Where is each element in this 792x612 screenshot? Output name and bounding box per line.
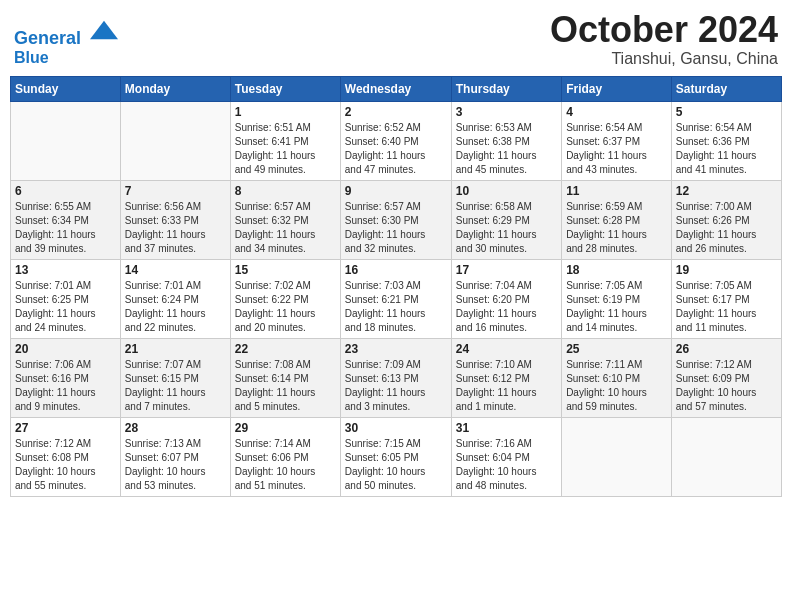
calendar-cell: 25Sunrise: 7:11 AM Sunset: 6:10 PM Dayli… <box>562 338 672 417</box>
day-number: 12 <box>676 184 777 198</box>
calendar-cell: 23Sunrise: 7:09 AM Sunset: 6:13 PM Dayli… <box>340 338 451 417</box>
day-info: Sunrise: 7:16 AM Sunset: 6:04 PM Dayligh… <box>456 437 557 493</box>
day-number: 15 <box>235 263 336 277</box>
weekday-header-thursday: Thursday <box>451 76 561 101</box>
day-number: 19 <box>676 263 777 277</box>
calendar-cell: 16Sunrise: 7:03 AM Sunset: 6:21 PM Dayli… <box>340 259 451 338</box>
calendar-cell <box>562 417 672 496</box>
calendar-cell: 6Sunrise: 6:55 AM Sunset: 6:34 PM Daylig… <box>11 180 121 259</box>
svg-marker-0 <box>90 21 118 40</box>
day-number: 7 <box>125 184 226 198</box>
logo-text: General <box>14 16 118 49</box>
day-info: Sunrise: 7:00 AM Sunset: 6:26 PM Dayligh… <box>676 200 777 256</box>
calendar-cell: 7Sunrise: 6:56 AM Sunset: 6:33 PM Daylig… <box>120 180 230 259</box>
day-info: Sunrise: 7:08 AM Sunset: 6:14 PM Dayligh… <box>235 358 336 414</box>
calendar-week-row: 13Sunrise: 7:01 AM Sunset: 6:25 PM Dayli… <box>11 259 782 338</box>
calendar-cell: 15Sunrise: 7:02 AM Sunset: 6:22 PM Dayli… <box>230 259 340 338</box>
day-info: Sunrise: 7:06 AM Sunset: 6:16 PM Dayligh… <box>15 358 116 414</box>
day-number: 4 <box>566 105 667 119</box>
day-info: Sunrise: 7:02 AM Sunset: 6:22 PM Dayligh… <box>235 279 336 335</box>
day-info: Sunrise: 6:55 AM Sunset: 6:34 PM Dayligh… <box>15 200 116 256</box>
day-info: Sunrise: 7:13 AM Sunset: 6:07 PM Dayligh… <box>125 437 226 493</box>
title-block: October 2024 Tianshui, Gansu, China <box>550 10 778 68</box>
day-info: Sunrise: 7:07 AM Sunset: 6:15 PM Dayligh… <box>125 358 226 414</box>
weekday-header-monday: Monday <box>120 76 230 101</box>
calendar-week-row: 20Sunrise: 7:06 AM Sunset: 6:16 PM Dayli… <box>11 338 782 417</box>
calendar-cell: 10Sunrise: 6:58 AM Sunset: 6:29 PM Dayli… <box>451 180 561 259</box>
calendar-cell: 9Sunrise: 6:57 AM Sunset: 6:30 PM Daylig… <box>340 180 451 259</box>
calendar-cell: 29Sunrise: 7:14 AM Sunset: 6:06 PM Dayli… <box>230 417 340 496</box>
calendar-cell: 17Sunrise: 7:04 AM Sunset: 6:20 PM Dayli… <box>451 259 561 338</box>
day-info: Sunrise: 6:51 AM Sunset: 6:41 PM Dayligh… <box>235 121 336 177</box>
month-title: October 2024 <box>550 10 778 50</box>
day-number: 11 <box>566 184 667 198</box>
logo-blue: Blue <box>14 49 118 67</box>
calendar-cell: 13Sunrise: 7:01 AM Sunset: 6:25 PM Dayli… <box>11 259 121 338</box>
day-number: 21 <box>125 342 226 356</box>
calendar-week-row: 1Sunrise: 6:51 AM Sunset: 6:41 PM Daylig… <box>11 101 782 180</box>
calendar-cell: 30Sunrise: 7:15 AM Sunset: 6:05 PM Dayli… <box>340 417 451 496</box>
day-info: Sunrise: 6:56 AM Sunset: 6:33 PM Dayligh… <box>125 200 226 256</box>
day-number: 30 <box>345 421 447 435</box>
weekday-header-row: SundayMondayTuesdayWednesdayThursdayFrid… <box>11 76 782 101</box>
calendar-cell: 20Sunrise: 7:06 AM Sunset: 6:16 PM Dayli… <box>11 338 121 417</box>
day-number: 27 <box>15 421 116 435</box>
day-info: Sunrise: 6:54 AM Sunset: 6:36 PM Dayligh… <box>676 121 777 177</box>
day-number: 23 <box>345 342 447 356</box>
day-info: Sunrise: 6:52 AM Sunset: 6:40 PM Dayligh… <box>345 121 447 177</box>
day-number: 10 <box>456 184 557 198</box>
location: Tianshui, Gansu, China <box>550 50 778 68</box>
calendar-cell: 28Sunrise: 7:13 AM Sunset: 6:07 PM Dayli… <box>120 417 230 496</box>
day-number: 14 <box>125 263 226 277</box>
weekday-header-tuesday: Tuesday <box>230 76 340 101</box>
weekday-header-friday: Friday <box>562 76 672 101</box>
day-info: Sunrise: 7:15 AM Sunset: 6:05 PM Dayligh… <box>345 437 447 493</box>
day-info: Sunrise: 6:57 AM Sunset: 6:30 PM Dayligh… <box>345 200 447 256</box>
day-number: 2 <box>345 105 447 119</box>
calendar-cell: 27Sunrise: 7:12 AM Sunset: 6:08 PM Dayli… <box>11 417 121 496</box>
calendar-cell: 19Sunrise: 7:05 AM Sunset: 6:17 PM Dayli… <box>671 259 781 338</box>
day-number: 9 <box>345 184 447 198</box>
calendar-cell: 31Sunrise: 7:16 AM Sunset: 6:04 PM Dayli… <box>451 417 561 496</box>
day-info: Sunrise: 7:09 AM Sunset: 6:13 PM Dayligh… <box>345 358 447 414</box>
day-number: 8 <box>235 184 336 198</box>
day-info: Sunrise: 6:59 AM Sunset: 6:28 PM Dayligh… <box>566 200 667 256</box>
day-number: 20 <box>15 342 116 356</box>
day-number: 24 <box>456 342 557 356</box>
calendar-table: SundayMondayTuesdayWednesdayThursdayFrid… <box>10 76 782 497</box>
calendar-cell: 22Sunrise: 7:08 AM Sunset: 6:14 PM Dayli… <box>230 338 340 417</box>
day-info: Sunrise: 7:14 AM Sunset: 6:06 PM Dayligh… <box>235 437 336 493</box>
day-number: 6 <box>15 184 116 198</box>
day-number: 26 <box>676 342 777 356</box>
day-number: 28 <box>125 421 226 435</box>
day-info: Sunrise: 7:04 AM Sunset: 6:20 PM Dayligh… <box>456 279 557 335</box>
calendar-cell: 24Sunrise: 7:10 AM Sunset: 6:12 PM Dayli… <box>451 338 561 417</box>
calendar-cell: 2Sunrise: 6:52 AM Sunset: 6:40 PM Daylig… <box>340 101 451 180</box>
calendar-cell: 1Sunrise: 6:51 AM Sunset: 6:41 PM Daylig… <box>230 101 340 180</box>
calendar-cell: 8Sunrise: 6:57 AM Sunset: 6:32 PM Daylig… <box>230 180 340 259</box>
calendar-week-row: 27Sunrise: 7:12 AM Sunset: 6:08 PM Dayli… <box>11 417 782 496</box>
calendar-cell <box>671 417 781 496</box>
calendar-week-row: 6Sunrise: 6:55 AM Sunset: 6:34 PM Daylig… <box>11 180 782 259</box>
calendar-cell: 3Sunrise: 6:53 AM Sunset: 6:38 PM Daylig… <box>451 101 561 180</box>
calendar-cell <box>11 101 121 180</box>
calendar-cell: 5Sunrise: 6:54 AM Sunset: 6:36 PM Daylig… <box>671 101 781 180</box>
day-info: Sunrise: 7:12 AM Sunset: 6:08 PM Dayligh… <box>15 437 116 493</box>
calendar-cell: 21Sunrise: 7:07 AM Sunset: 6:15 PM Dayli… <box>120 338 230 417</box>
weekday-header-sunday: Sunday <box>11 76 121 101</box>
day-number: 13 <box>15 263 116 277</box>
day-number: 18 <box>566 263 667 277</box>
calendar-cell: 14Sunrise: 7:01 AM Sunset: 6:24 PM Dayli… <box>120 259 230 338</box>
day-number: 16 <box>345 263 447 277</box>
day-info: Sunrise: 7:05 AM Sunset: 6:19 PM Dayligh… <box>566 279 667 335</box>
day-info: Sunrise: 6:54 AM Sunset: 6:37 PM Dayligh… <box>566 121 667 177</box>
day-number: 25 <box>566 342 667 356</box>
logo-general: General <box>14 28 81 48</box>
day-number: 3 <box>456 105 557 119</box>
day-info: Sunrise: 7:11 AM Sunset: 6:10 PM Dayligh… <box>566 358 667 414</box>
day-info: Sunrise: 6:58 AM Sunset: 6:29 PM Dayligh… <box>456 200 557 256</box>
page-header: General Blue October 2024 Tianshui, Gans… <box>10 10 782 68</box>
calendar-cell: 12Sunrise: 7:00 AM Sunset: 6:26 PM Dayli… <box>671 180 781 259</box>
day-info: Sunrise: 7:01 AM Sunset: 6:24 PM Dayligh… <box>125 279 226 335</box>
day-number: 17 <box>456 263 557 277</box>
